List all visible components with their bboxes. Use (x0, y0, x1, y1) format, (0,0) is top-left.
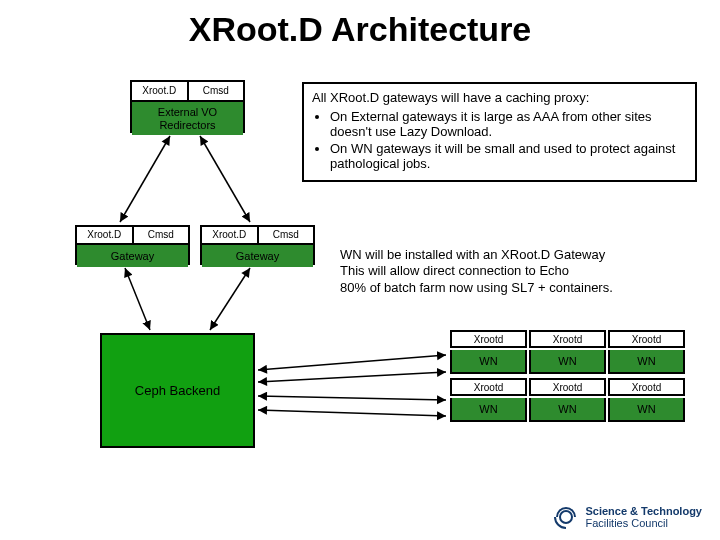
redirector-col1: Xroot.D (132, 82, 189, 100)
page-title: XRoot.D Architecture (0, 10, 720, 49)
wn-cluster: Xrootd Xrootd Xrootd WN WN WN Xrootd Xro… (450, 330, 685, 422)
gateway1-col1: Xroot.D (77, 227, 134, 243)
wn-node: WN (450, 398, 527, 422)
svg-line-0 (120, 136, 170, 222)
redirector-node: Xroot.D Cmsd External VO Redirectors (130, 80, 245, 133)
wn-header: Xrootd (529, 378, 606, 396)
ceph-backend-node: Ceph Backend (100, 333, 255, 448)
wn-header: Xrootd (450, 378, 527, 396)
info-caching-bullet1: On External gateways it is large as AAA … (330, 109, 687, 139)
svg-line-5 (258, 372, 446, 382)
stfc-logo: Science & Technology Facilities Council (553, 504, 702, 530)
ceph-label: Ceph Backend (135, 383, 220, 398)
info-wn-line1: WN will be installed with an XRoot.D Gat… (340, 247, 700, 263)
wn-node: WN (608, 398, 685, 422)
wn-node: WN (529, 398, 606, 422)
redirector-label: External VO Redirectors (132, 100, 243, 135)
wn-header: Xrootd (608, 330, 685, 348)
svg-line-4 (258, 355, 446, 370)
gateway-node-1: Xroot.D Cmsd Gateway (75, 225, 190, 265)
gateway1-label: Gateway (77, 243, 188, 267)
wn-header: Xrootd (450, 330, 527, 348)
info-caching-bullet2: On WN gateways it will be small and used… (330, 141, 687, 171)
wn-node: WN (450, 350, 527, 374)
svg-point-8 (560, 511, 572, 523)
info-caching-proxy: All XRoot.D gateways will have a caching… (302, 82, 697, 182)
wn-header: Xrootd (608, 378, 685, 396)
gateway2-col1: Xroot.D (202, 227, 259, 243)
gateway2-label: Gateway (202, 243, 313, 267)
wn-node: WN (529, 350, 606, 374)
svg-line-3 (210, 268, 250, 330)
wn-header: Xrootd (529, 330, 606, 348)
gateway-node-2: Xroot.D Cmsd Gateway (200, 225, 315, 265)
wn-node: WN (608, 350, 685, 374)
info-caching-lead: All XRoot.D gateways will have a caching… (312, 90, 687, 105)
svg-line-7 (258, 410, 446, 416)
svg-line-2 (125, 268, 150, 330)
svg-line-6 (258, 396, 446, 400)
svg-line-1 (200, 136, 250, 222)
stfc-logo-icon (553, 504, 579, 530)
info-wn: WN will be installed with an XRoot.D Gat… (340, 247, 700, 296)
info-wn-line2: This will allow direct connection to Ech… (340, 263, 700, 279)
gateway1-col2: Cmsd (134, 227, 189, 243)
redirector-col2: Cmsd (189, 82, 244, 100)
stfc-logo-text: Science & Technology Facilities Council (585, 505, 702, 529)
info-wn-line3: 80% of batch farm now using SL7 + contai… (340, 280, 700, 296)
gateway2-col2: Cmsd (259, 227, 314, 243)
